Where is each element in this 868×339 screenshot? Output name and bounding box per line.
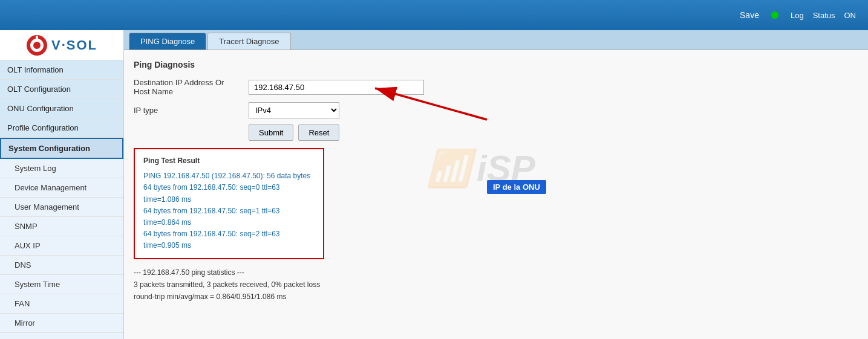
ping-line-3: 64 bytes from 192.168.47.50: seq=1 ttl=6… [143, 205, 315, 228]
ip-type-select[interactable]: IPv4 IPv6 [249, 102, 339, 118]
ping-line-2: 64 bytes from 192.168.47.50: seq=0 ttl=6… [143, 182, 315, 205]
destination-ip-label: Destination IP Address OrHost Name [134, 78, 243, 96]
sidebar-item-dns[interactable]: DNS [0, 256, 123, 275]
tab-bar: PING Diagnose Tracert Diagnose [124, 30, 868, 50]
log-link[interactable]: Log [791, 11, 804, 20]
logo-text: V·SOL [51, 37, 97, 53]
destination-ip-row: Destination IP Address OrHost Name [134, 78, 858, 96]
logo-area: V·SOL [0, 30, 123, 60]
sidebar-item-system-configuration[interactable]: System Configuration [0, 138, 123, 159]
save-button[interactable]: Save [740, 10, 759, 20]
ping-stat-1: --- 192.168.47.50 ping statistics --- [134, 266, 858, 279]
sidebar-item-onu-configuration[interactable]: ONU Configuration [0, 99, 123, 118]
ping-result-box: Ping Test Result PING 192.168.47.50 (192… [134, 148, 324, 259]
sidebar-item-system-time[interactable]: System Time [0, 275, 123, 294]
reset-button[interactable]: Reset [298, 124, 339, 141]
ping-stats: --- 192.168.47.50 ping statistics --- 3 … [134, 266, 858, 303]
svg-point-2 [33, 42, 41, 49]
destination-ip-input[interactable] [249, 80, 424, 95]
tab-ping-diagnose[interactable]: PING Diagnose [129, 33, 206, 50]
ping-stat-3: round-trip min/avg/max = 0.864/0.951/1.0… [134, 291, 858, 303]
content-area: PING Diagnose Tracert Diagnose Ping Diag… [124, 30, 868, 339]
sidebar-item-system-log[interactable]: System Log [0, 159, 123, 178]
submit-button[interactable]: Submit [249, 124, 293, 141]
ip-type-row: IP type IPv4 IPv6 [134, 102, 858, 118]
wifi-icon: 📶 [426, 147, 472, 190]
on-link[interactable]: ON [844, 11, 857, 20]
sidebar-item-login-management[interactable]: Login Management [0, 333, 123, 339]
svg-rect-3 [36, 36, 38, 40]
sidebar: V·SOL OLT Information OLT Configuration … [0, 30, 124, 339]
sidebar-item-olt-configuration[interactable]: OLT Configuration [0, 80, 123, 99]
sidebar-item-mirror[interactable]: Mirror [0, 314, 123, 333]
sidebar-item-snmp[interactable]: SNMP [0, 217, 123, 236]
vsol-logo-icon [26, 34, 48, 56]
sidebar-item-olt-information[interactable]: OLT Information [0, 60, 123, 80]
sidebar-item-fan[interactable]: FAN [0, 294, 123, 314]
onu-badge: IP de la ONU [487, 180, 546, 194]
sidebar-item-user-management[interactable]: User Management [0, 198, 123, 217]
button-row: Submit Reset [249, 124, 858, 141]
nav-links: Log Status ON [791, 11, 856, 20]
sidebar-item-profile-configuration[interactable]: Profile Configuration [0, 118, 123, 138]
main-layout: V·SOL OLT Information OLT Configuration … [0, 30, 868, 339]
ping-line-4: 64 bytes from 192.168.47.50: seq=2 ttl=6… [143, 228, 315, 251]
section-title: Ping Diagnosis [134, 60, 858, 69]
status-link[interactable]: Status [813, 11, 835, 20]
status-indicator [771, 11, 778, 19]
ping-result-title: Ping Test Result [143, 155, 315, 167]
sidebar-item-aux-ip[interactable]: AUX IP [0, 236, 123, 256]
sidebar-item-device-management[interactable]: Device Management [0, 178, 123, 198]
ip-type-label: IP type [134, 106, 243, 115]
ping-line-1: PING 192.168.47.50 (192.168.47.50): 56 d… [143, 170, 315, 182]
ping-stat-2: 3 packets transmitted, 3 packets receive… [134, 279, 858, 291]
content-body: Ping Diagnosis Destination IP Address Or… [124, 50, 868, 313]
top-header: Save Log Status ON [0, 0, 868, 30]
tab-tracert-diagnose[interactable]: Tracert Diagnose [207, 33, 290, 50]
